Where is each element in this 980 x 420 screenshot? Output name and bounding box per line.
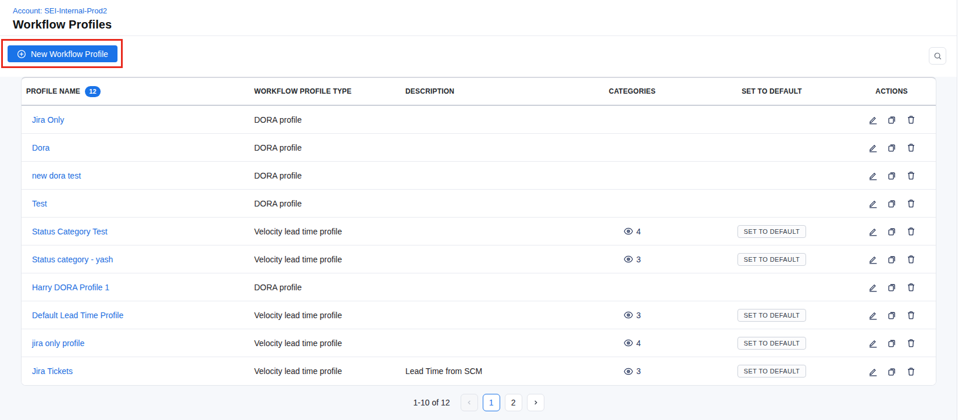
delete-button[interactable] <box>904 225 918 239</box>
categories-number: 4 <box>636 339 641 348</box>
profile-type: Velocity lead time profile <box>254 311 405 320</box>
delete-icon <box>906 310 916 320</box>
column-header-description: DESCRIPTION <box>405 87 568 95</box>
page-title: Workflow Profiles <box>13 18 957 31</box>
edit-button[interactable] <box>865 169 879 183</box>
search-button[interactable] <box>929 47 946 65</box>
edit-icon <box>868 338 878 348</box>
copy-button[interactable] <box>885 252 899 266</box>
copy-icon <box>887 170 897 180</box>
page-button-2[interactable]: 2 <box>505 394 522 411</box>
profile-name-link[interactable]: Status Category Test <box>32 227 108 236</box>
categories-number: 3 <box>636 311 641 320</box>
table-row: jira only profile Velocity lead time pro… <box>22 329 936 357</box>
set-to-default-badge[interactable]: SET TO DEFAULT <box>737 309 806 322</box>
copy-icon <box>887 282 897 292</box>
categories-count: 3 <box>623 366 641 376</box>
delete-button[interactable] <box>904 197 918 211</box>
edit-button[interactable] <box>865 141 879 155</box>
copy-button[interactable] <box>885 225 899 239</box>
delete-button[interactable] <box>904 113 918 127</box>
edit-button[interactable] <box>865 280 879 294</box>
profile-name-header-label: PROFILE NAME <box>26 87 80 95</box>
edit-icon <box>868 282 878 292</box>
categories-number: 3 <box>636 255 641 264</box>
delete-button[interactable] <box>904 308 918 322</box>
copy-icon <box>887 338 897 348</box>
set-to-default-badge[interactable]: SET TO DEFAULT <box>737 337 806 350</box>
edit-button[interactable] <box>865 308 879 322</box>
pagination-range: 1-10 of 12 <box>413 398 450 407</box>
delete-icon <box>906 282 916 292</box>
copy-button[interactable] <box>885 336 899 350</box>
table-header-row: PROFILE NAME 12 WORKFLOW PROFILE TYPE DE… <box>22 78 936 106</box>
delete-button[interactable] <box>904 169 918 183</box>
table-section: PROFILE NAME 12 WORKFLOW PROFILE TYPE DE… <box>0 77 957 420</box>
copy-button[interactable] <box>885 169 899 183</box>
copy-button[interactable] <box>885 280 899 294</box>
table-body: Jira Only DORA profile <box>22 106 936 385</box>
table-row: Status category - yash Velocity lead tim… <box>22 245 936 273</box>
eye-icon <box>623 338 633 348</box>
edit-button[interactable] <box>865 364 879 378</box>
previous-page-button[interactable] <box>461 394 478 411</box>
copy-button[interactable] <box>885 364 899 378</box>
profile-type: DORA profile <box>254 143 405 152</box>
plus-circle-icon <box>17 49 26 59</box>
delete-button[interactable] <box>904 280 918 294</box>
copy-icon <box>887 143 897 152</box>
page-header: Account: SEI-Internal-Prod2 Workflow Pro… <box>0 0 957 36</box>
edit-button[interactable] <box>865 197 879 211</box>
profile-name-link[interactable]: new dora test <box>32 171 81 180</box>
edit-button[interactable] <box>865 225 879 239</box>
table-row: Harry DORA Profile 1 DORA profile <box>22 273 936 301</box>
copy-button[interactable] <box>885 113 899 127</box>
set-to-default-badge[interactable]: SET TO DEFAULT <box>737 253 806 266</box>
delete-button[interactable] <box>904 141 918 155</box>
profile-name-link[interactable]: Jira Tickets <box>32 366 73 376</box>
copy-button[interactable] <box>885 308 899 322</box>
delete-icon <box>906 366 916 376</box>
edit-icon <box>868 226 878 236</box>
profile-name-link[interactable]: Default Lead Time Profile <box>32 311 123 320</box>
column-header-set-to-default: SET TO DEFAULT <box>696 87 847 95</box>
edit-button[interactable] <box>865 336 879 350</box>
table-row: Default Lead Time Profile Velocity lead … <box>22 301 936 329</box>
profile-type: DORA profile <box>254 283 405 292</box>
new-workflow-profile-label: New Workflow Profile <box>31 49 108 59</box>
set-to-default-badge[interactable]: SET TO DEFAULT <box>737 225 806 238</box>
delete-button[interactable] <box>904 252 918 266</box>
copy-button[interactable] <box>885 141 899 155</box>
delete-button[interactable] <box>904 336 918 350</box>
profile-name-link[interactable]: Harry DORA Profile 1 <box>32 283 109 292</box>
delete-button[interactable] <box>904 364 918 378</box>
profile-name-link[interactable]: Status category - yash <box>32 255 113 264</box>
copy-icon <box>887 115 897 124</box>
profile-name-link[interactable]: Jira Only <box>32 115 64 124</box>
profile-name-link[interactable]: jira only profile <box>32 339 84 348</box>
copy-icon <box>887 366 897 376</box>
page-button-1[interactable]: 1 <box>483 394 500 411</box>
profile-name-link[interactable]: Test <box>32 199 47 208</box>
next-page-button[interactable] <box>527 394 544 411</box>
edit-button[interactable] <box>865 113 879 127</box>
new-workflow-profile-button[interactable]: New Workflow Profile <box>8 45 117 62</box>
copy-icon <box>887 198 897 208</box>
delete-icon <box>906 143 916 152</box>
profile-name-link[interactable]: Dora <box>32 143 49 152</box>
eye-icon <box>623 226 633 236</box>
page-number-buttons: 12 <box>483 394 522 411</box>
set-to-default-badge[interactable]: SET TO DEFAULT <box>737 365 806 378</box>
table-row: new dora test DORA profile <box>22 162 936 190</box>
profile-description: Lead Time from SCM <box>405 366 568 376</box>
edit-icon <box>868 170 878 180</box>
pagination: 1-10 of 12 12 <box>21 386 936 419</box>
account-breadcrumb-link[interactable]: Account: SEI-Internal-Prod2 <box>13 6 107 15</box>
table-row: Status Category Test Velocity lead time … <box>22 218 936 245</box>
delete-icon <box>906 198 916 208</box>
delete-icon <box>906 338 916 348</box>
copy-button[interactable] <box>885 197 899 211</box>
delete-icon <box>906 115 916 124</box>
profile-type: DORA profile <box>254 171 405 180</box>
edit-button[interactable] <box>865 252 879 266</box>
